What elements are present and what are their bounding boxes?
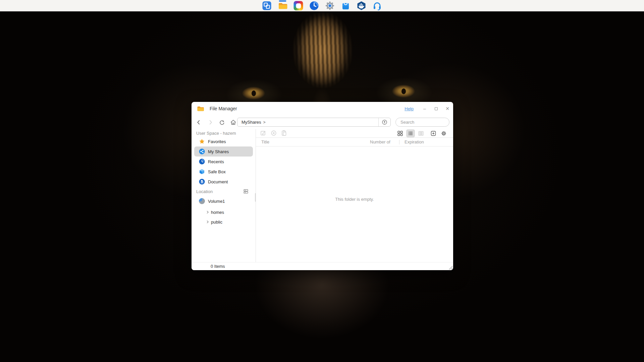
- grid-view-icon: [397, 130, 403, 136]
- app-center-bag-icon: [341, 1, 351, 10]
- sidebar-item-label: Favorites: [208, 139, 226, 144]
- taskbar-item-app-center[interactable]: [340, 0, 352, 11]
- breadcrumb-segment[interactable]: MyShares: [241, 120, 261, 125]
- new-item-icon: [430, 130, 436, 136]
- maximize-icon: [435, 107, 438, 110]
- help-link[interactable]: Help: [405, 106, 414, 111]
- rename-icon[interactable]: [260, 130, 267, 136]
- minimize-button[interactable]: –: [419, 102, 430, 115]
- list-view-button[interactable]: [406, 129, 415, 137]
- list-view-icon: [408, 130, 414, 136]
- sidebar-item-volume1[interactable]: Volume1: [194, 196, 253, 206]
- star-icon: [199, 138, 205, 144]
- resize-handle[interactable]: [448, 265, 453, 270]
- docker-whale-icon: [357, 1, 366, 10]
- window-title: File Manager: [210, 106, 237, 111]
- headset-support-icon: [373, 1, 382, 10]
- sidebar-item-document[interactable]: Document: [194, 177, 253, 187]
- sidebar-item-favorites[interactable]: Favorites: [194, 136, 253, 146]
- sidebar-item-safe-box[interactable]: Safe Box: [194, 167, 253, 177]
- document-icon: [199, 179, 205, 185]
- wallpaper-forehead-stripes: [292, 11, 353, 88]
- go-up-button[interactable]: [378, 118, 390, 126]
- wallpaper-right-eye: [401, 88, 406, 94]
- refresh-button[interactable]: [218, 118, 226, 126]
- file-actions-toolbar: [256, 129, 453, 138]
- breadcrumb-bar: MyShares>: [237, 118, 391, 127]
- photos-icon-center: [296, 3, 301, 8]
- photos-icon: [294, 1, 303, 10]
- column-header-expiration[interactable]: Expiration: [405, 139, 424, 144]
- home-icon: [230, 119, 237, 126]
- sidebar-item-label: public: [211, 220, 222, 225]
- home-button[interactable]: [229, 118, 237, 126]
- app-grid-icon: [262, 1, 272, 10]
- column-header-number-of[interactable]: Number of: [370, 139, 390, 144]
- view-settings-button[interactable]: [439, 129, 448, 137]
- paste-icon[interactable]: [281, 130, 287, 136]
- forward-button[interactable]: [206, 118, 214, 126]
- taskbar-item-docker[interactable]: [356, 0, 367, 11]
- recents-clock-icon: [199, 159, 205, 165]
- sidebar-item-label: Safe Box: [208, 169, 226, 174]
- sidebar-user-header: User Space - hazem: [192, 130, 256, 136]
- close-button[interactable]: ✕: [442, 102, 453, 115]
- refresh-icon: [218, 119, 225, 126]
- taskbar-item-file-manager[interactable]: [277, 0, 288, 11]
- chevron-left-icon: [196, 119, 202, 126]
- back-button[interactable]: [195, 118, 203, 126]
- chevron-right-icon[interactable]: [206, 220, 210, 224]
- volume-list-icon[interactable]: [243, 188, 249, 194]
- navigation-toolbar: MyShares>: [192, 116, 453, 129]
- taskbar-item-photos[interactable]: [293, 0, 304, 11]
- status-bar: 0 Items: [192, 262, 453, 270]
- up-arrow-circle-icon: [381, 119, 388, 125]
- sidebar-location-header: Location: [192, 187, 256, 196]
- settings-gear-icon: [325, 1, 335, 10]
- file-list-pane: Title Number of Expiration This folder i…: [256, 129, 453, 262]
- folder-icon: [278, 1, 287, 10]
- column-header-title[interactable]: Title: [261, 139, 269, 144]
- sidebar-item-label: homes: [211, 210, 224, 215]
- item-count: 0 Items: [211, 264, 225, 269]
- sidebar: User Space - hazem Favorites My Shares R…: [192, 129, 256, 262]
- active-app-indicator: [279, 0, 286, 2]
- breadcrumb[interactable]: MyShares>: [237, 120, 378, 125]
- sidebar-item-label: Recents: [208, 159, 224, 164]
- column-header-row: Title Number of Expiration: [256, 138, 453, 146]
- sidebar-item-public[interactable]: public: [206, 217, 256, 227]
- new-item-button[interactable]: [429, 129, 438, 137]
- taskbar-item-desktop[interactable]: [261, 0, 273, 11]
- grid-view-button[interactable]: [396, 129, 405, 137]
- column-view-icon: [418, 130, 424, 136]
- file-action-buttons: [260, 130, 287, 136]
- view-settings-gear-icon: [441, 130, 447, 136]
- sidebar-item-label: Volume1: [208, 199, 225, 204]
- sidebar-item-my-shares[interactable]: My Shares: [194, 146, 253, 157]
- taskbar-item-support[interactable]: [372, 0, 383, 11]
- file-list-area[interactable]: This folder is empty.: [256, 146, 453, 262]
- column-divider: [399, 140, 399, 144]
- breadcrumb-chevron: >: [263, 120, 266, 125]
- disk-usage-pie-icon: [199, 198, 205, 204]
- chevron-right-icon: [207, 119, 214, 126]
- taskbar-item-clock[interactable]: [309, 0, 320, 11]
- clock-icon: [310, 1, 319, 10]
- wallpaper-left-eye: [252, 90, 256, 96]
- sidebar-item-label: Document: [208, 179, 228, 184]
- sidebar-item-recents[interactable]: Recents: [194, 157, 253, 167]
- location-header-label: Location: [196, 189, 243, 194]
- view-controls: [396, 129, 448, 138]
- maximize-button[interactable]: [430, 102, 442, 115]
- window-folder-icon: [197, 106, 204, 112]
- cube-icon: [199, 169, 205, 175]
- chevron-right-icon[interactable]: [206, 210, 210, 214]
- titlebar[interactable]: File Manager Help – ✕: [192, 102, 453, 115]
- cancel-circle-icon[interactable]: [270, 130, 277, 136]
- sidebar-item-homes[interactable]: homes: [206, 207, 256, 217]
- taskbar: [0, 0, 644, 11]
- column-view-button[interactable]: [417, 129, 425, 137]
- taskbar-item-control-panel[interactable]: [324, 0, 336, 11]
- search-input[interactable]: [396, 120, 453, 125]
- share-icon: [199, 148, 205, 155]
